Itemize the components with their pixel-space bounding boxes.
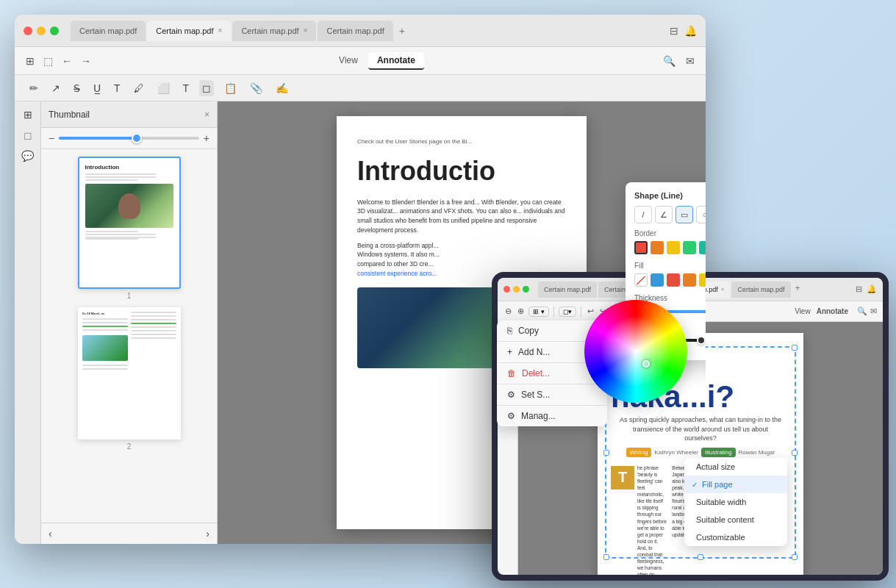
tablet-page-nav[interactable]: ◻▾ bbox=[559, 306, 576, 317]
tablet-tab-3-close[interactable]: × bbox=[721, 286, 725, 293]
tablet-zoom-in-icon[interactable]: ⊕ bbox=[516, 305, 526, 318]
highlighter-icon[interactable]: 🖊 bbox=[131, 80, 147, 96]
fill-color-blue[interactable] bbox=[651, 273, 664, 287]
fill-color-red[interactable] bbox=[667, 273, 680, 287]
text-box-icon[interactable]: T bbox=[180, 80, 193, 96]
next-page-button[interactable]: › bbox=[206, 528, 209, 539]
new-tab-button[interactable]: + bbox=[395, 24, 409, 38]
pen-icon[interactable]: ✏ bbox=[26, 80, 41, 96]
rect-tool[interactable]: ▭ bbox=[675, 206, 693, 223]
tab-4[interactable]: Certain map.pdf bbox=[318, 21, 393, 41]
eraser-icon[interactable]: ⬜ bbox=[154, 80, 173, 96]
strikethrough-icon[interactable]: S̶ bbox=[71, 80, 83, 96]
tab-bar: Certain map.pdf Certain map.pdf × Certai… bbox=[71, 21, 664, 41]
attachment-icon[interactable]: 📎 bbox=[247, 80, 265, 96]
search-icon[interactable]: 🔍 bbox=[661, 53, 678, 69]
toolbar-separator-1 bbox=[553, 306, 554, 317]
view-suitable-width[interactable]: Suitable width bbox=[684, 493, 787, 511]
tablet-share-icon[interactable]: ✉ bbox=[870, 306, 877, 316]
view-customizable[interactable]: Customizable bbox=[684, 528, 787, 546]
color-wheel-cursor[interactable] bbox=[642, 360, 650, 368]
tablet-tab-1-label: Certain map.pdf bbox=[544, 286, 591, 293]
bell-icon[interactable]: 🔔 bbox=[684, 25, 697, 37]
pdf-link[interactable]: consistent experience acro... bbox=[357, 270, 437, 277]
bookmarks-icon[interactable]: ◻ bbox=[21, 126, 35, 144]
shape-icon[interactable]: ◻ bbox=[199, 80, 214, 96]
fill-section: Fill bbox=[634, 262, 706, 287]
prev-page-button[interactable]: ‹ bbox=[49, 528, 52, 539]
maximize-button[interactable] bbox=[50, 26, 59, 35]
tablet-tab-1[interactable]: Certain map.pdf bbox=[538, 282, 597, 298]
close-button[interactable] bbox=[24, 26, 32, 35]
main-toolbar: ⊞ ⬚ ← → View Annotate 🔍 ✉ bbox=[15, 47, 706, 75]
tablet-titlebar-icons: ⊟ 🔔 bbox=[856, 284, 877, 294]
border-color-teal[interactable] bbox=[699, 241, 706, 254]
tab-3-close-icon[interactable]: × bbox=[304, 26, 308, 35]
tablet-close-button[interactable] bbox=[503, 286, 510, 293]
tab-3[interactable]: Certain map.pdf × bbox=[232, 21, 316, 41]
resize-handle-r[interactable] bbox=[792, 450, 798, 456]
back-icon[interactable]: ← bbox=[60, 53, 74, 69]
tablet-minimize-button[interactable] bbox=[513, 286, 520, 293]
signature-icon[interactable]: ✍ bbox=[273, 80, 291, 96]
zoom-out-button[interactable]: − bbox=[49, 132, 54, 144]
border-color-orange[interactable] bbox=[651, 241, 664, 254]
view-actual-size[interactable]: Actual size bbox=[684, 458, 787, 476]
text-icon[interactable]: T bbox=[111, 80, 123, 96]
thumbnails-icon[interactable]: ⊞ bbox=[21, 106, 35, 123]
thumbnail-1[interactable]: Introduction bbox=[78, 157, 181, 289]
minimize-button[interactable] bbox=[37, 26, 46, 35]
sidebar-icon[interactable]: ⬚ bbox=[41, 53, 55, 69]
tablet-view-tab[interactable]: View bbox=[795, 307, 811, 315]
share-icon[interactable]: ↗ bbox=[49, 80, 63, 96]
grid-icon[interactable]: ⊞ bbox=[24, 53, 37, 69]
zoom-in-button[interactable]: + bbox=[204, 132, 209, 144]
view-tab[interactable]: View bbox=[330, 52, 367, 70]
sticky-note-icon[interactable]: 📋 bbox=[221, 80, 240, 96]
annotations-icon[interactable]: 💬 bbox=[18, 147, 37, 165]
actual-size-label: Actual size bbox=[696, 462, 735, 471]
tab-2-close-icon[interactable]: × bbox=[218, 26, 223, 35]
resize-handle-br[interactable] bbox=[792, 554, 798, 560]
view-fill-page[interactable]: ✓ Fill page bbox=[684, 476, 787, 493]
tablet-bell-icon[interactable]: 🔔 bbox=[867, 284, 877, 294]
view-suitable-content[interactable]: Suitable content bbox=[684, 511, 787, 528]
tablet-traffic-lights bbox=[503, 286, 529, 293]
fill-color-orange[interactable] bbox=[683, 273, 696, 287]
thumbnail-2-container: On 24 March, as bbox=[49, 307, 209, 451]
border-color-green[interactable] bbox=[683, 241, 696, 254]
underline-icon[interactable]: U̲ bbox=[90, 80, 104, 96]
circle-tool[interactable]: ○ bbox=[696, 206, 706, 223]
zoom-slider[interactable] bbox=[59, 137, 199, 140]
tablet-minimize-icon[interactable]: ⊟ bbox=[856, 284, 862, 294]
minimize-icon[interactable]: ⊟ bbox=[670, 25, 678, 37]
line-tool[interactable]: / bbox=[634, 206, 652, 223]
tablet-maximize-button[interactable] bbox=[523, 286, 529, 293]
tablet-fit-page-dropdown[interactable]: ⊞ ▾ bbox=[528, 306, 549, 317]
tablet-search-icon[interactable]: 🔍 bbox=[857, 306, 867, 316]
shape-tools-row: / ∠ ▭ ○ ⬭ ✏ bbox=[634, 206, 706, 223]
article-left-col: T he phrase 'beauty is fleeting' can fee… bbox=[611, 465, 667, 575]
annotate-tab[interactable]: Annotate bbox=[368, 52, 424, 70]
mail-icon[interactable]: ✉ bbox=[684, 53, 697, 69]
resize-handle-l[interactable] bbox=[603, 450, 609, 456]
fill-label: Fill bbox=[634, 262, 706, 270]
fill-color-none[interactable] bbox=[634, 273, 648, 287]
tab-1[interactable]: Certain map.pdf bbox=[71, 21, 146, 41]
tablet-new-tab-button[interactable]: + bbox=[792, 282, 803, 298]
tab-2[interactable]: Certain map.pdf × bbox=[147, 21, 231, 41]
resize-handle-bl[interactable] bbox=[603, 554, 609, 560]
resize-handle-tr[interactable] bbox=[792, 345, 798, 351]
border-color-red[interactable] bbox=[634, 241, 648, 254]
tablet-zoom-out-icon[interactable]: ⊖ bbox=[503, 305, 513, 318]
tablet-annotate-tab[interactable]: Annotate bbox=[817, 307, 848, 315]
border-color-yellow[interactable] bbox=[667, 241, 680, 254]
sidebar-close-button[interactable]: × bbox=[204, 110, 209, 120]
context-manage[interactable]: ⚙ Manag... bbox=[497, 406, 607, 426]
thumbnail-2[interactable]: On 24 March, as bbox=[78, 307, 181, 440]
forward-icon[interactable]: → bbox=[79, 53, 93, 69]
angle-tool[interactable]: ∠ bbox=[655, 206, 673, 223]
tablet-tab-4[interactable]: Certain map.pdf bbox=[731, 282, 790, 298]
color-wheel[interactable] bbox=[584, 300, 687, 403]
fill-color-yellow[interactable] bbox=[699, 273, 706, 287]
